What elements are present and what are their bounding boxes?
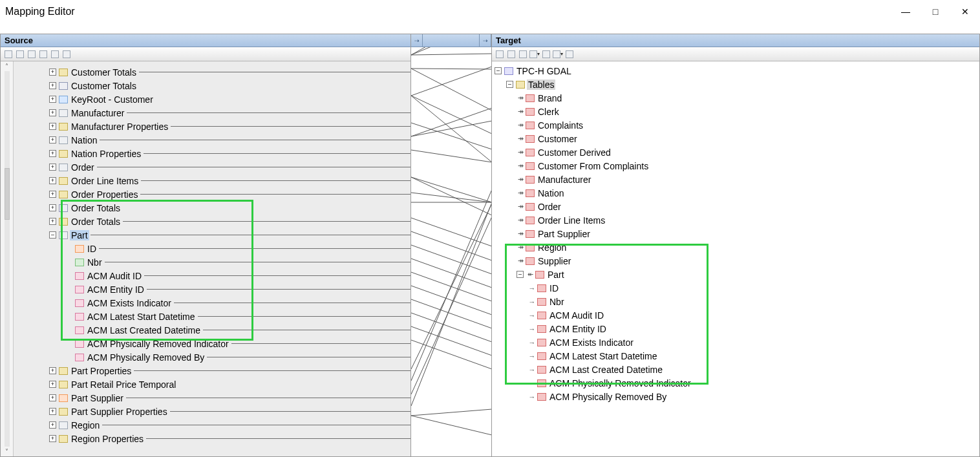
mapping-arrow-right-icon[interactable]: ⇢ xyxy=(480,34,491,47)
target-tree-item[interactable]: →ACM Latest Start Datetime xyxy=(495,349,979,363)
target-tree-item[interactable]: ↠Part Supplier xyxy=(495,227,979,240)
source-tree-item[interactable]: +Customer Totals xyxy=(14,79,410,92)
source-tree-item[interactable]: ACM Audit ID xyxy=(14,269,410,282)
source-tree-item[interactable]: +Part Retail Price Temporal xyxy=(14,377,410,391)
expand-toggle-icon[interactable]: + xyxy=(49,381,56,388)
scroll-up-icon[interactable]: ˄ xyxy=(5,63,8,70)
toolbar-button-tb5[interactable] xyxy=(50,49,60,59)
source-tree-item[interactable]: ACM Physically Removed By xyxy=(14,350,410,364)
toolbar-button-tt2[interactable] xyxy=(506,49,517,59)
expand-toggle-icon[interactable]: + xyxy=(49,394,56,401)
toolbar-button-tb6[interactable] xyxy=(61,49,72,59)
source-tree-item[interactable]: +Part Supplier xyxy=(14,391,410,405)
source-tree-item[interactable]: +Order Totals xyxy=(14,215,410,228)
source-tree-item[interactable]: +Part Supplier Properties xyxy=(14,405,410,418)
target-tree-item[interactable]: ↠Customer Derived xyxy=(495,145,979,159)
target-tree-item[interactable]: ↠Customer xyxy=(495,132,979,145)
scroll-down-icon[interactable]: ˅ xyxy=(5,448,8,455)
source-tree-item[interactable]: ID xyxy=(14,242,410,255)
source-tree-item[interactable]: ACM Exists Indicator xyxy=(14,296,410,310)
toolbar-button-tt6[interactable]: ▾ xyxy=(553,49,563,59)
expand-toggle-icon[interactable]: + xyxy=(49,150,56,157)
source-tree-item[interactable]: +Order xyxy=(14,160,410,174)
toolbar-button-tb4[interactable] xyxy=(38,49,48,59)
expand-toggle-icon[interactable]: + xyxy=(49,69,56,76)
target-tree-item[interactable]: →ACM Physically Removed By xyxy=(495,390,979,403)
expand-toggle-icon[interactable]: + xyxy=(49,408,56,415)
target-tree-item[interactable]: →ACM Entity ID xyxy=(495,322,979,335)
target-tree-item[interactable]: ↠Supplier xyxy=(495,254,979,268)
target-tree-item[interactable]: –↞Part xyxy=(495,268,979,281)
expand-toggle-icon[interactable]: + xyxy=(49,367,56,374)
window-maximize-button[interactable]: □ xyxy=(921,0,950,23)
target-tree-item[interactable]: ↠Brand xyxy=(495,91,979,105)
target-tables-node[interactable]: –Tables xyxy=(495,78,979,91)
target-tree-item[interactable]: ↠Region xyxy=(495,240,979,254)
source-tree-item[interactable]: +Customer Totals xyxy=(14,65,410,79)
expand-toggle-icon[interactable]: – xyxy=(495,67,502,74)
source-tree-item[interactable]: +Part Properties xyxy=(14,364,410,377)
source-tree-item[interactable]: ACM Last Created Datetime xyxy=(14,323,410,337)
expand-toggle-icon[interactable]: + xyxy=(49,109,56,116)
target-tree-item[interactable]: ↠Complaints xyxy=(495,118,979,132)
tree-node-label: Part Supplier xyxy=(70,393,125,403)
target-root-node[interactable]: –TPC-H GDAL xyxy=(495,64,979,78)
source-scrollbar[interactable]: ˄ ˅ xyxy=(1,61,14,456)
source-tree-item[interactable]: ACM Physically Removed Indicator xyxy=(14,337,410,350)
target-tree-item[interactable]: ↠Order xyxy=(495,200,979,213)
toolbar-button-tb2[interactable] xyxy=(15,49,25,59)
toolbar-button-tb3[interactable] xyxy=(27,49,37,59)
toolbar-button-tt3[interactable] xyxy=(518,49,528,59)
target-tree-item[interactable]: →ACM Exists Indicator xyxy=(495,335,979,349)
source-tree-item[interactable]: +Order Line Items xyxy=(14,174,410,187)
expand-toggle-icon[interactable]: + xyxy=(49,136,56,143)
toolbar-button-tb1[interactable] xyxy=(3,49,14,59)
expand-toggle-icon[interactable]: + xyxy=(49,435,56,442)
target-tree-item[interactable]: ↠Clerk xyxy=(495,105,979,118)
expand-toggle-icon[interactable]: + xyxy=(49,82,56,89)
source-tree-item[interactable]: Nbr xyxy=(14,255,410,269)
source-tree-item[interactable]: ACM Entity ID xyxy=(14,282,410,296)
expand-toggle-icon[interactable]: + xyxy=(49,96,56,103)
source-tree-item[interactable]: +Order Properties xyxy=(14,187,410,201)
target-tree-item[interactable]: ↠Manufacturer xyxy=(495,173,979,186)
source-tree-item[interactable]: +Nation xyxy=(14,133,410,147)
target-tree-item[interactable]: ↠Customer From Complaints xyxy=(495,159,979,173)
source-tree-item[interactable]: +Region Properties xyxy=(14,432,410,445)
toolbar-button-tt1[interactable] xyxy=(495,49,505,59)
expand-toggle-icon[interactable]: + xyxy=(49,191,56,198)
target-tree-item[interactable]: →ACM Last Created Datetime xyxy=(495,363,979,376)
target-tree-item[interactable]: →ID xyxy=(495,281,979,295)
source-tree-item[interactable]: ACM Latest Start Datetime xyxy=(14,310,410,323)
source-tree-item[interactable]: +Manufacturer xyxy=(14,106,410,120)
expand-toggle-icon[interactable]: – xyxy=(517,271,524,278)
window-minimize-button[interactable]: — xyxy=(891,0,921,23)
expand-toggle-icon[interactable]: – xyxy=(506,81,513,88)
mapping-arrow-left-icon[interactable]: ⇢ xyxy=(411,34,423,47)
source-tree-item[interactable]: +Order Totals xyxy=(14,201,410,215)
scroll-track[interactable] xyxy=(5,71,10,447)
target-tree-item[interactable]: →Nbr xyxy=(495,295,979,308)
source-tree-item[interactable]: +Manufacturer Properties xyxy=(14,120,410,133)
target-tree-item[interactable]: →ACM Audit ID xyxy=(495,308,979,322)
expand-toggle-icon[interactable]: + xyxy=(49,204,56,211)
toolbar-button-tt5[interactable] xyxy=(541,49,551,59)
scroll-thumb[interactable] xyxy=(5,168,10,220)
expand-toggle-icon[interactable]: + xyxy=(49,123,56,130)
toolbar-button-tt7[interactable] xyxy=(564,49,575,59)
expand-toggle-icon[interactable]: + xyxy=(49,218,56,225)
source-tree-item[interactable]: –Part xyxy=(14,228,410,242)
connector-stub xyxy=(198,316,410,317)
target-tree-item[interactable]: ↠Nation xyxy=(495,186,979,200)
toolbar-button-tt4[interactable]: ▾ xyxy=(529,49,540,59)
source-tree-item[interactable]: +Region xyxy=(14,418,410,432)
expand-toggle-icon[interactable]: + xyxy=(49,177,56,184)
target-tree-item[interactable]: →ACM Physically Removed Indicator xyxy=(495,376,979,390)
window-close-button[interactable]: ✕ xyxy=(950,0,980,23)
expand-toggle-icon[interactable]: + xyxy=(49,164,56,171)
expand-toggle-icon[interactable]: + xyxy=(49,421,56,429)
expand-toggle-icon[interactable]: – xyxy=(49,231,56,239)
target-tree-item[interactable]: ↠Order Line Items xyxy=(495,213,979,227)
source-tree-item[interactable]: +Nation Properties xyxy=(14,147,410,160)
source-tree-item[interactable]: +KeyRoot - Customer xyxy=(14,92,410,106)
